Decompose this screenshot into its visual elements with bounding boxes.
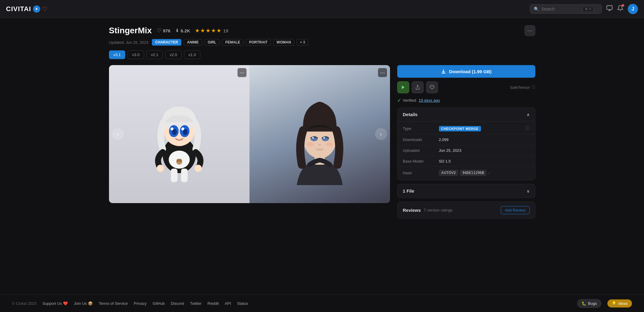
avatar[interactable]: J bbox=[628, 4, 638, 14]
title-row: StingerMix ♡ 976 ⬇ 6.2K ★ ★ ★ ★ ★ 19 ⋯ bbox=[109, 25, 535, 36]
safe-tensor-label: SafeTensor ⓘ bbox=[510, 85, 535, 90]
footer-link-twitter[interactable]: Twitter bbox=[190, 301, 201, 306]
details-card: Details ∧ Type CHECKPOINT MERGE ⓘ Downlo… bbox=[397, 107, 535, 180]
footer-link-terms[interactable]: Terms of Service bbox=[99, 301, 128, 306]
download-section: ⬇ 6.2K bbox=[175, 28, 190, 33]
tag-woman[interactable]: WOMAN bbox=[273, 39, 294, 46]
logo-heart-icon[interactable]: ♡ bbox=[42, 5, 47, 13]
footer-link-privacy[interactable]: Privacy bbox=[134, 301, 147, 306]
svg-point-15 bbox=[157, 165, 164, 172]
gallery: ⋯ bbox=[109, 65, 390, 203]
notification-badge bbox=[622, 4, 624, 7]
star-5: ★ bbox=[216, 27, 221, 34]
type-label: Type bbox=[403, 126, 439, 131]
star-1: ★ bbox=[195, 27, 200, 34]
version-tab-v10[interactable]: v1.0 bbox=[184, 50, 201, 59]
gallery-next-button[interactable]: › bbox=[375, 128, 387, 140]
detail-row-downloads: Downloads 2,099 bbox=[398, 134, 535, 145]
search-shortcut: ⌘ K bbox=[583, 6, 593, 12]
tag-female[interactable]: FEMALE bbox=[222, 39, 243, 46]
detail-row-type: Type CHECKPOINT MERGE ⓘ bbox=[398, 123, 535, 134]
footer-link-join[interactable]: Join Us 📦 bbox=[74, 301, 93, 306]
main-content: StingerMix ♡ 976 ⬇ 6.2K ★ ★ ★ ★ ★ 19 ⋯ U… bbox=[97, 18, 547, 295]
detail-row-base-model: Base Model SD 1.5 bbox=[398, 156, 535, 167]
reviews-card-header[interactable]: Reviews 7 version ratings Add Review bbox=[398, 202, 535, 218]
notification-icon[interactable] bbox=[617, 5, 624, 13]
bugs-button[interactable]: 🐛 Bugs bbox=[577, 299, 602, 308]
uploaded-label: Uploaded bbox=[403, 148, 439, 153]
run-button[interactable] bbox=[397, 81, 409, 93]
uploaded-value: Jun 25, 2023 bbox=[439, 148, 530, 153]
footer-link-reddit[interactable]: Reddit bbox=[207, 301, 219, 306]
gallery-images: ⋯ bbox=[109, 65, 390, 203]
ideas-button[interactable]: 💡 Ideas bbox=[607, 299, 632, 308]
files-expand-icon: ∨ bbox=[527, 189, 530, 194]
details-card-header[interactable]: Details ∧ bbox=[398, 108, 535, 122]
files-card-header[interactable]: 1 File ∨ bbox=[398, 184, 535, 198]
tag-character[interactable]: CHARACTER bbox=[152, 39, 181, 46]
version-tab-v31[interactable]: v3.1 bbox=[109, 50, 125, 59]
base-model-label: Base Model bbox=[403, 159, 439, 164]
svg-rect-5 bbox=[171, 169, 177, 182]
ideas-icon: 💡 bbox=[612, 301, 616, 306]
page-title: StingerMix bbox=[109, 26, 152, 35]
footer-link-support[interactable]: Support Us ❤️ bbox=[42, 301, 68, 306]
header: CIVITAI + ♡ 🔍 ⌘ K J bbox=[0, 0, 644, 18]
footer-link-status[interactable]: Status bbox=[237, 301, 248, 306]
hash-arrow-icon[interactable]: › bbox=[488, 171, 489, 175]
search-bar[interactable]: 🔍 ⌘ K bbox=[530, 4, 602, 14]
verified-text: Verified: bbox=[403, 98, 417, 103]
reviews-card: Reviews 7 version ratings Add Review bbox=[397, 202, 535, 219]
svg-point-24 bbox=[312, 137, 314, 138]
files-card: 1 File ∨ bbox=[397, 184, 535, 198]
gallery-prev-button[interactable]: ‹ bbox=[112, 128, 124, 140]
footer-link-github[interactable]: GitHub bbox=[153, 301, 165, 306]
share-button[interactable] bbox=[412, 81, 424, 93]
star-3: ★ bbox=[206, 27, 210, 34]
svg-point-27 bbox=[306, 142, 313, 146]
search-input[interactable] bbox=[541, 7, 580, 11]
gallery-chibi-options[interactable]: ⋯ bbox=[237, 68, 246, 77]
download-button[interactable]: Download (1.99 GB) bbox=[397, 65, 535, 78]
content-layout: ⋯ bbox=[109, 65, 535, 219]
ideas-label: Ideas bbox=[618, 301, 628, 306]
like-section: ♡ 976 bbox=[157, 27, 171, 34]
details-body: Type CHECKPOINT MERGE ⓘ Downloads 2,099 … bbox=[398, 122, 535, 180]
footer-link-discord[interactable]: Discord bbox=[171, 301, 184, 306]
footer: © Civitai 2023 Support Us ❤️ Join Us 📦 T… bbox=[0, 295, 644, 312]
hash-label: Hash bbox=[403, 171, 439, 175]
tag-girl[interactable]: GIRL bbox=[204, 39, 220, 46]
monitor-icon[interactable] bbox=[606, 5, 613, 13]
gallery-image-portrait[interactable]: ⋯ bbox=[249, 65, 390, 203]
version-tab-v21[interactable]: v2.1 bbox=[147, 50, 163, 59]
gallery-portrait-options[interactable]: ⋯ bbox=[378, 68, 387, 77]
downloads-label: Downloads bbox=[403, 137, 439, 142]
version-tab-v30[interactable]: v3.0 bbox=[128, 50, 144, 59]
verified-link[interactable]: 19 days ago bbox=[419, 98, 440, 103]
gallery-image-chibi[interactable]: ⋯ bbox=[109, 65, 249, 203]
favorite-button[interactable] bbox=[426, 81, 438, 93]
checkpoint-merge-badge: CHECKPOINT MERGE bbox=[439, 126, 481, 131]
footer-copyright: © Civitai 2023 bbox=[12, 301, 36, 306]
logo[interactable]: CIVITAI + ♡ bbox=[6, 5, 47, 13]
hash-value: AUTOV2 94DE11296B › bbox=[439, 170, 530, 176]
hash-code[interactable]: 94DE11296B bbox=[460, 170, 486, 176]
tag-more[interactable]: + 3 bbox=[297, 39, 308, 46]
reviews-section-title: Reviews bbox=[403, 208, 421, 213]
base-model-value: SD 1.5 bbox=[439, 159, 530, 164]
footer-link-api[interactable]: API bbox=[225, 301, 231, 306]
version-tab-v20[interactable]: v2.0 bbox=[165, 50, 182, 59]
logo-plus-button[interactable]: + bbox=[33, 5, 40, 13]
downloads-value: 2,099 bbox=[439, 137, 530, 142]
type-value: CHECKPOINT MERGE bbox=[439, 126, 525, 131]
tag-anime[interactable]: ANIME bbox=[184, 39, 202, 46]
more-options-button[interactable]: ⋯ bbox=[525, 25, 535, 36]
add-review-button[interactable]: Add Review bbox=[501, 206, 529, 214]
safe-tensor-info-icon[interactable]: ⓘ bbox=[531, 85, 535, 90]
details-section-title: Details bbox=[403, 112, 418, 117]
type-info-icon[interactable]: ⓘ bbox=[525, 126, 530, 131]
heart-icon[interactable]: ♡ bbox=[157, 27, 162, 34]
reviews-subtitle: 7 version ratings bbox=[424, 208, 452, 212]
tag-portrait[interactable]: PORTRAIT bbox=[246, 39, 271, 46]
star-4: ★ bbox=[211, 27, 216, 34]
